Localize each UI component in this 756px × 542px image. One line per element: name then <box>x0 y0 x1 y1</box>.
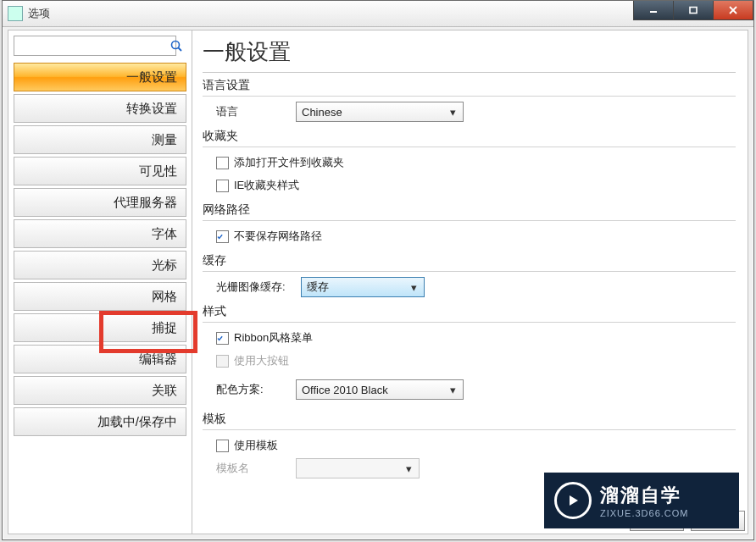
sidebar-item-load-save[interactable]: 加载中/保存中 <box>14 407 186 436</box>
sidebar-item-visibility[interactable]: 可见性 <box>14 157 186 185</box>
label-no-save-netpath: 不要保存网络路径 <box>234 229 322 244</box>
label-template-name: 模板名 <box>216 461 296 476</box>
group-header-netpath: 网络路径 <box>203 202 736 221</box>
checkbox-big-buttons <box>216 355 229 368</box>
group-header-favorites: 收藏夹 <box>203 129 736 147</box>
combo-template-name: ▾ <box>296 458 420 478</box>
sidebar-item-cursor[interactable]: 光标 <box>14 251 186 279</box>
sidebar-item-grid[interactable]: 网格 <box>14 282 186 311</box>
group-netpath: 网络路径 不要保存网络路径 <box>203 202 736 246</box>
group-cache: 缓存 光栅图像缓存: 缓存 ▾ <box>203 253 736 297</box>
label-use-template: 使用模板 <box>234 438 278 453</box>
watermark-url: ZIXUE.3D66.COM <box>600 508 688 518</box>
combo-raster-cache[interactable]: 缓存 ▾ <box>301 277 425 297</box>
nav-list: 一般设置 转换设置 测量 可见性 代理服务器 字体 光标 网格 捕捉 编辑器 关… <box>14 63 186 439</box>
sidebar-item-editor[interactable]: 编辑器 <box>14 345 186 373</box>
combo-color-scheme-value: Office 2010 Black <box>302 384 446 396</box>
sidebar-item-convert[interactable]: 转换设置 <box>14 94 186 123</box>
checkbox-add-open-files[interactable] <box>216 157 229 169</box>
group-style: 样式 Ribbon风格菜单 使用大按钮 配色方案: Office 2010 Bl… <box>203 304 736 400</box>
checkbox-no-save-netpath[interactable] <box>216 230 229 243</box>
chevron-down-icon: ▾ <box>402 462 415 475</box>
checkbox-use-template[interactable] <box>216 440 229 452</box>
svg-rect-1 <box>690 8 697 14</box>
titlebar: 选项 <box>3 1 753 27</box>
svg-point-4 <box>172 41 180 49</box>
combo-raster-cache-value: 缓存 <box>307 279 407 295</box>
watermark-title: 溜溜自学 <box>600 483 688 508</box>
label-color-scheme: 配色方案: <box>216 382 296 397</box>
chevron-down-icon: ▾ <box>446 106 459 119</box>
sidebar-item-proxy[interactable]: 代理服务器 <box>14 188 186 217</box>
label-big-buttons: 使用大按钮 <box>234 353 289 368</box>
watermark-overlay: 溜溜自学 ZIXUE.3D66.COM <box>544 473 739 528</box>
combo-language[interactable]: Chinese ▾ <box>296 102 464 122</box>
window-controls <box>634 1 753 20</box>
sidebar-item-assoc[interactable]: 关联 <box>14 376 186 405</box>
close-button[interactable] <box>713 1 753 20</box>
group-language: 语言设置 语言 Chinese ▾ <box>203 78 736 122</box>
sidebar-item-snap[interactable]: 捕捉 <box>14 313 186 342</box>
group-favorites: 收藏夹 添加打开文件到收藏夹 IE收藏夹样式 <box>203 129 736 196</box>
options-dialog: 选项 一般设置 转换设置 测量 <box>2 0 754 540</box>
checkbox-ie-fav-style[interactable] <box>216 180 229 192</box>
svg-marker-6 <box>570 495 578 506</box>
chevron-down-icon: ▾ <box>446 384 459 396</box>
label-language: 语言 <box>216 104 296 119</box>
group-header-language: 语言设置 <box>203 78 736 97</box>
chevron-down-icon: ▾ <box>407 281 420 294</box>
group-header-cache: 缓存 <box>203 253 736 272</box>
label-ribbon-menu: Ribbon风格菜单 <box>234 330 313 346</box>
sidebar-item-measure[interactable]: 测量 <box>14 125 186 154</box>
search-wrap <box>14 36 186 56</box>
minimize-button[interactable] <box>633 1 674 20</box>
group-template: 模板 使用模板 模板名 ▾ <box>203 412 736 478</box>
dialog-body: 一般设置 转换设置 测量 可见性 代理服务器 字体 光标 网格 捕捉 编辑器 关… <box>8 30 748 534</box>
maximize-button[interactable] <box>673 1 714 20</box>
window-title: 选项 <box>28 6 50 21</box>
sidebar-item-font[interactable]: 字体 <box>14 219 186 248</box>
sidebar-item-general[interactable]: 一般设置 <box>14 63 186 91</box>
page-title: 一般设置 <box>203 37 736 73</box>
label-add-open-files: 添加打开文件到收藏夹 <box>234 155 344 170</box>
group-header-template: 模板 <box>203 412 736 430</box>
group-header-style: 样式 <box>203 304 736 323</box>
app-icon <box>8 6 23 21</box>
main-panel: 一般设置 语言设置 语言 Chinese ▾ 收藏夹 添加打开文件到收藏夹 <box>192 30 748 534</box>
combo-language-value: Chinese <box>302 106 446 119</box>
search-input[interactable] <box>14 36 176 56</box>
label-ie-fav-style: IE收藏夹样式 <box>234 178 299 193</box>
search-icon <box>170 39 183 53</box>
label-raster-cache: 光栅图像缓存: <box>216 279 301 295</box>
svg-line-5 <box>179 48 182 52</box>
combo-color-scheme[interactable]: Office 2010 Black ▾ <box>296 379 464 400</box>
checkbox-ribbon-menu[interactable] <box>216 332 229 345</box>
sidebar: 一般设置 转换设置 测量 可见性 代理服务器 字体 光标 网格 捕捉 编辑器 关… <box>8 30 192 534</box>
play-icon <box>554 482 592 519</box>
